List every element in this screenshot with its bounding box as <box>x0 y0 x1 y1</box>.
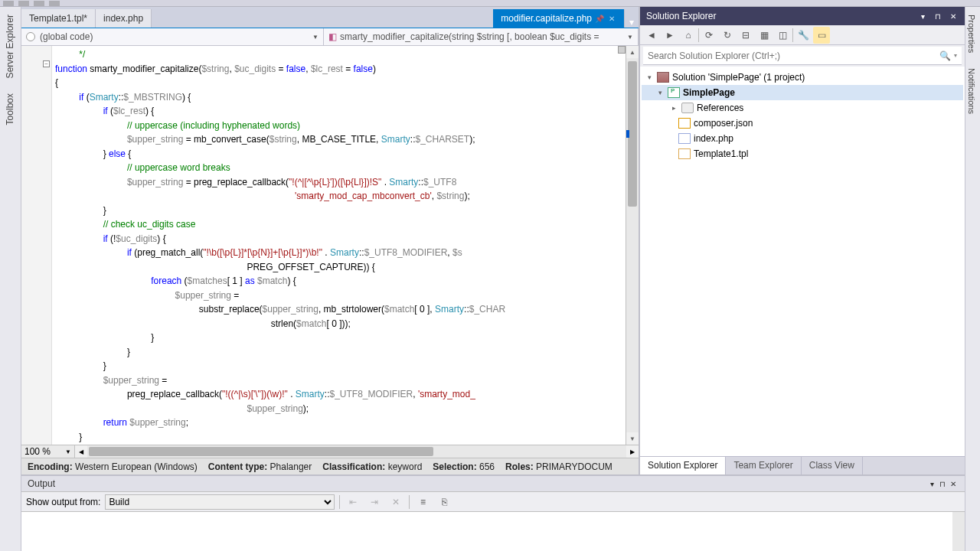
find-icon[interactable]: ⎘ <box>436 494 452 510</box>
right-tool-rail: Properties Notifications <box>965 7 980 551</box>
preview-icon[interactable]: ◫ <box>774 27 791 44</box>
back-icon[interactable]: ◄ <box>643 27 660 44</box>
notifications-tab[interactable]: Notifications <box>965 60 978 122</box>
forward-icon[interactable]: ► <box>662 27 678 44</box>
references-icon <box>681 103 694 113</box>
tab-team-explorer[interactable]: Team Explorer <box>726 457 801 474</box>
output-source-label: Show output from: <box>26 497 100 507</box>
pin-icon[interactable]: ⊓ <box>933 11 943 21</box>
collapse-icon[interactable]: ⊟ <box>737 27 754 44</box>
home-icon[interactable]: ⌂ <box>680 27 697 44</box>
solution-search-input[interactable] <box>648 51 939 61</box>
tab-index-php[interactable]: index.php <box>96 9 152 28</box>
scroll-up-icon[interactable]: ▲ <box>626 46 639 58</box>
tab-modifier-capitalize[interactable]: modifier.capitalize.php 📌 ✕ <box>493 9 625 28</box>
output-source-select[interactable]: Build <box>105 494 335 510</box>
tpl-file-icon <box>678 148 691 159</box>
window-menu-icon[interactable]: ▾ <box>926 478 937 489</box>
file-template1-tpl[interactable]: Template1.tpl <box>642 146 963 161</box>
refresh-icon[interactable]: ↻ <box>719 27 736 44</box>
tab-solution-explorer[interactable]: Solution Explorer <box>640 457 726 474</box>
tab-template1[interactable]: Template1.tpl* <box>21 9 96 28</box>
file-index-php[interactable]: index.php <box>642 131 963 146</box>
toggle-wrap-icon[interactable]: ≡ <box>414 494 431 510</box>
goto-next-icon[interactable]: ⇥ <box>366 494 383 510</box>
json-file-icon <box>678 118 691 129</box>
project-node[interactable]: ▾ SimplePage <box>642 85 963 100</box>
vertical-scrollbar[interactable]: ▲ ▼ <box>626 46 639 445</box>
goto-prev-icon[interactable]: ⇤ <box>345 494 361 510</box>
main-toolbar[interactable] <box>0 0 980 7</box>
right-panel-tabs: Solution Explorer Team Explorer Class Vi… <box>640 456 965 474</box>
solution-tree[interactable]: ▾ Solution 'SimplePage' (1 project) ▾ Si… <box>640 67 965 456</box>
pin-icon[interactable]: ⊓ <box>937 478 948 489</box>
close-icon[interactable]: ✕ <box>948 11 959 21</box>
file-composer-json[interactable]: composer.json <box>642 116 963 131</box>
close-icon[interactable]: ✕ <box>607 15 616 23</box>
solution-icon <box>657 72 669 83</box>
left-tool-rail: Server Explorer Toolbox <box>0 7 21 551</box>
horizontal-scrollbar[interactable]: ◀ ▶ <box>75 445 639 458</box>
properties-tab[interactable]: Properties <box>965 7 978 60</box>
output-title: Output ▾ ⊓ ✕ <box>21 476 965 491</box>
split-handle[interactable] <box>618 46 626 54</box>
view-icon[interactable]: ▭ <box>813 27 830 44</box>
code-gutter: − <box>21 46 52 445</box>
clear-icon[interactable]: ✕ <box>387 494 404 510</box>
references-node[interactable]: ▸ References <box>642 100 963 116</box>
tab-class-view[interactable]: Class View <box>802 457 863 474</box>
scroll-left-icon[interactable]: ◀ <box>75 445 87 458</box>
pin-icon[interactable]: 📌 <box>595 15 604 23</box>
code-editor[interactable]: */ function smarty_modifier_capitalize($… <box>52 46 626 445</box>
window-menu-icon[interactable]: ▾ <box>917 11 928 21</box>
member-dropdown[interactable]: ◧ smarty_modifier_capitalize(string $str… <box>324 28 639 45</box>
scope-dropdown[interactable]: (global code)▼ <box>21 28 324 45</box>
fold-toggle[interactable]: − <box>43 60 50 67</box>
project-icon <box>668 87 680 98</box>
toolbox-tab[interactable]: Toolbox <box>0 86 20 132</box>
solution-explorer-toolbar: ◄ ► ⌂ ⟳ ↻ ⊟ ▦ ◫ 🔧 ▭ <box>640 25 965 45</box>
output-toolbar: Show output from: Build ⇤ ⇥ ✕ ≡ ⎘ <box>21 491 965 511</box>
search-options-icon[interactable]: ▾ <box>954 52 957 59</box>
search-icon[interactable]: 🔍 <box>939 51 951 61</box>
zoom-combo[interactable]: 100 %▼ <box>21 445 75 458</box>
close-icon[interactable]: ✕ <box>948 478 959 489</box>
method-icon: ◧ <box>328 31 337 42</box>
solution-node[interactable]: ▾ Solution 'SimplePage' (1 project) <box>642 70 963 85</box>
php-file-icon <box>678 133 691 144</box>
properties-icon[interactable]: 🔧 <box>795 27 812 44</box>
scroll-down-icon[interactable]: ▼ <box>626 432 639 445</box>
hscroll-thumb[interactable] <box>89 447 433 456</box>
server-explorer-tab[interactable]: Server Explorer <box>0 7 20 86</box>
output-body[interactable] <box>21 511 965 551</box>
show-all-icon[interactable]: ▦ <box>756 27 773 44</box>
editor-status-bar: Encoding: Western European (Windows) Con… <box>21 458 639 474</box>
scroll-right-icon[interactable]: ▶ <box>626 445 639 458</box>
sync-icon[interactable]: ⟳ <box>701 27 717 44</box>
solution-explorer-title: Solution Explorer ▾ ⊓ ✕ <box>640 7 965 25</box>
output-scrollbar[interactable] <box>952 512 965 551</box>
tab-overflow-icon[interactable]: ▾ <box>625 17 639 28</box>
document-tab-strip: Template1.tpl* index.php modifier.capita… <box>21 7 639 28</box>
scope-icon <box>26 32 35 41</box>
solution-search[interactable]: 🔍 ▾ <box>643 47 962 65</box>
change-marker <box>626 130 629 138</box>
